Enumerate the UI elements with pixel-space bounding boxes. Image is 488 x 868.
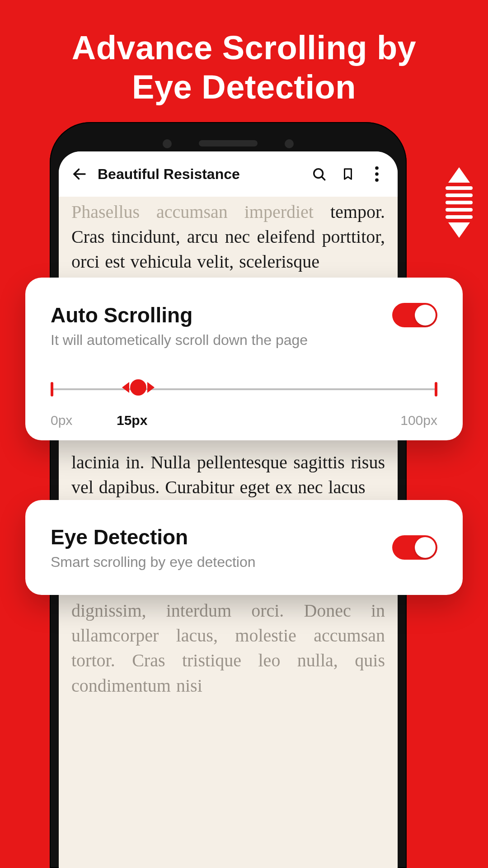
chevron-down-icon xyxy=(448,222,470,238)
svg-line-2 xyxy=(322,177,325,180)
hero-title: Advance Scrolling by Eye Detection xyxy=(0,28,488,107)
slider-max-label: 100px xyxy=(400,413,437,428)
scroll-indicator-bar xyxy=(446,208,473,212)
scroll-indicator-bar xyxy=(446,186,473,190)
eye-detection-toggle[interactable] xyxy=(392,535,437,560)
arrow-left-icon xyxy=(71,166,88,182)
svg-point-4 xyxy=(375,172,379,176)
slider-thumb[interactable] xyxy=(122,379,155,396)
chevron-up-icon xyxy=(448,167,470,183)
chevron-left-icon xyxy=(122,382,129,393)
more-button[interactable] xyxy=(367,164,387,184)
bookmark-button[interactable] xyxy=(338,164,358,184)
hero-line-1: Advance Scrolling by xyxy=(0,28,488,67)
toggle-knob xyxy=(415,537,436,558)
slider-min-label: 0px xyxy=(51,413,72,428)
slider-track xyxy=(51,388,437,390)
eye-detection-title: Eye Detection xyxy=(51,525,392,549)
slider-dot-icon xyxy=(130,379,146,396)
slider-labels: 0px 15px 100px xyxy=(51,409,437,428)
toggle-knob xyxy=(415,305,436,326)
device-frame: Beautiful Resistance Phasellus accumsan … xyxy=(50,122,407,868)
auto-scrolling-card: Auto Scrolling It will autometically scr… xyxy=(25,278,463,440)
auto-scrolling-toggle[interactable] xyxy=(392,303,437,327)
hero-line-2: Eye Detection xyxy=(0,67,488,107)
page-title: Beautiful Resistance xyxy=(98,166,240,183)
auto-scrolling-subtitle: It will autometically scroll down the pa… xyxy=(51,332,308,349)
slider-tick-max xyxy=(435,382,437,396)
scroll-indicator xyxy=(446,167,473,238)
svg-point-5 xyxy=(375,178,379,182)
device-sensor xyxy=(285,139,294,148)
bookmark-icon xyxy=(341,166,355,182)
svg-point-3 xyxy=(375,166,379,170)
device-speaker xyxy=(199,140,258,146)
slider-tick-min xyxy=(51,382,53,396)
chevron-right-icon xyxy=(147,382,155,393)
search-button[interactable] xyxy=(309,164,329,184)
reader-peek-line: Phasellus accumsan imperdiet xyxy=(71,202,314,222)
app-bar: Beautiful Resistance xyxy=(59,151,398,197)
scroll-speed-slider[interactable] xyxy=(51,376,437,403)
auto-scrolling-title: Auto Scrolling xyxy=(51,303,308,327)
search-icon xyxy=(311,166,327,182)
back-button[interactable] xyxy=(70,164,89,184)
scroll-indicator-bar xyxy=(446,193,473,197)
eye-detection-subtitle: Smart scrolling by eye detection xyxy=(51,554,392,571)
reader-paragraph: lacinia in. Nulla pellentesque sagittis … xyxy=(71,450,385,500)
more-vertical-icon xyxy=(375,166,379,182)
scroll-indicator-bar xyxy=(446,215,473,219)
scroll-indicator-bar xyxy=(446,201,473,204)
reader-paragraph: dignissim, interdum orci. Donec in ullam… xyxy=(71,598,385,698)
device-sensor xyxy=(163,139,172,148)
device-top xyxy=(50,122,407,149)
eye-detection-card: Eye Detection Smart scrolling by eye det… xyxy=(25,500,463,595)
slider-value-label: 15px xyxy=(117,413,147,428)
